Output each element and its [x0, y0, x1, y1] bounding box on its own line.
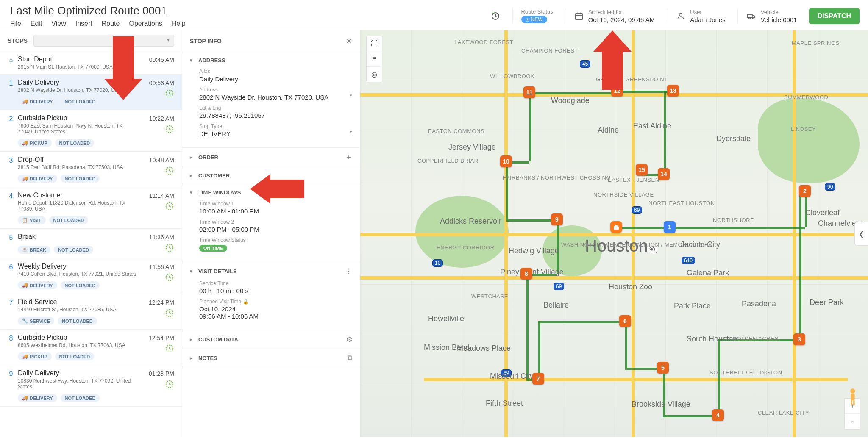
map-marker-home[interactable] [610, 221, 622, 233]
fullscreen-button[interactable]: ⛶ [367, 36, 382, 51]
map-place-label: Galena Park [687, 269, 729, 277]
layers-button[interactable]: ≡ [367, 51, 382, 67]
map-place-label: CHAMPION FOREST [521, 47, 578, 54]
user-group[interactable]: User Adam Jones [667, 9, 725, 23]
chevron-down-icon[interactable]: ▾ [350, 93, 352, 98]
vehicle-label: Vehicle [761, 9, 779, 15]
map-marker-9[interactable]: 9 [551, 213, 563, 225]
zoom-out-button[interactable]: − [845, 414, 860, 429]
service-value[interactable]: 00 h : 10 m : 00 s [199, 287, 352, 294]
map[interactable]: Houston 10 69 45 69 90 90 610 69 ⛶ ≡ ◎ ＋… [360, 30, 868, 437]
menu-item-view[interactable]: View [51, 20, 66, 28]
section-notes-header[interactable]: ▸ NOTES ⧉ [182, 349, 360, 367]
vehicle-group[interactable]: Vehicle Vehicle 0001 [737, 9, 797, 23]
stop-time: 12:24 PM [149, 299, 174, 306]
stops-list[interactable]: ⌂Start Depot2915 N Main St, Houston, TX … [0, 51, 182, 437]
section-order-header[interactable]: ▸ ORDER ＋ [182, 148, 360, 167]
vehicle-value: Vehicle 0001 [761, 16, 797, 23]
section-tw-content: Time Window 110:00 AM - 01:00 PM Time Wi… [182, 201, 360, 262]
stops-filter-dropdown[interactable] [33, 35, 174, 47]
map-marker-11[interactable]: 11 [523, 86, 535, 98]
plus-icon[interactable]: ＋ [345, 153, 352, 162]
map-place-label: Cloverleaf [805, 208, 840, 217]
map-marker-1[interactable]: 1 [664, 221, 676, 233]
stop-5[interactable]: 5Break11:36 AMBREAKNOT LOADED [0, 229, 182, 258]
map-place-label: Mission Bend [424, 343, 470, 352]
menu-item-insert[interactable]: Insert [75, 20, 92, 28]
route-status-badge: NEW [521, 16, 547, 23]
clock-icon [165, 308, 174, 318]
map-place-label: LAKEWOOD FOREST [454, 39, 513, 45]
stop-time: 09:56 AM [149, 80, 174, 86]
stop-9[interactable]: 9Daily Delivery10830 Northwest Fwy, Hous… [0, 365, 182, 407]
section-address: ▾ ADDRESS AliasDaily Delivery Address280… [182, 52, 360, 148]
stop-number: 6 [8, 263, 14, 271]
tag-not-loaded: NOT LOADED [54, 246, 93, 254]
section-address-header[interactable]: ▾ ADDRESS [182, 52, 360, 69]
stop-time: 10:22 AM [149, 115, 174, 122]
collapse-panel-button[interactable]: ❮ [854, 222, 868, 246]
map-place-label: WILLOWBROOK [490, 73, 534, 79]
section-visit: ▾ VISIT DETAILS ⋮ Service Time00 h : 10 … [182, 262, 360, 330]
map-marker-2[interactable]: 2 [799, 185, 811, 197]
address-value[interactable]: 2802 N Wayside Dr, Houston, TX 77020, US… [199, 94, 352, 101]
tag-service: SERVICE [18, 317, 54, 325]
section-custom-header[interactable]: ▸ CUSTOM DATA ⚙ [182, 330, 360, 349]
stop-address: 7410 Cullen Blvd, Houston, TX 77021, Uni… [18, 271, 136, 277]
gear-icon[interactable]: ⚙ [346, 335, 352, 344]
map-place-label: Addicks Reservoir [440, 217, 501, 226]
map-marker-8[interactable]: 8 [520, 268, 532, 280]
locate-button[interactable]: ◎ [367, 67, 382, 82]
add-note-icon[interactable]: ⧉ [348, 354, 352, 362]
stop-3[interactable]: 3Drop-Off3815 Red Bluff Rd, Pasadena, TX… [0, 152, 182, 187]
map-marker-14[interactable]: 14 [658, 168, 670, 180]
stop-7[interactable]: 7Field Service14440 Hillcroft St, Housto… [0, 294, 182, 330]
map-marker-4[interactable]: 4 [712, 409, 724, 421]
alias-value[interactable]: Daily Delivery [199, 75, 352, 83]
stop-1[interactable]: 1Daily Delivery2802 N Wayside Dr, Housto… [0, 75, 182, 110]
menu-item-operations[interactable]: Operations [129, 20, 162, 28]
menu-item-help[interactable]: Help [172, 20, 186, 28]
menu-item-file[interactable]: File [10, 20, 21, 28]
map-place-label: Deer Park [810, 298, 844, 307]
map-place-label: FAIRBANKS / NORTHWEST CROSSING [503, 175, 611, 181]
scheduled-group[interactable]: Scheduled for Oct 10, 2024, 09:45 AM [565, 9, 655, 23]
clock-icon [165, 202, 174, 211]
reoptimize-icon[interactable] [490, 11, 501, 21]
map-place-label: Howellville [428, 314, 464, 323]
tw2-value[interactable]: 02:00 PM - 05:00 PM [199, 226, 352, 233]
stop-2[interactable]: 2Curbside Pickup7600 East Sam Houston Pk… [0, 110, 182, 152]
close-icon[interactable]: ✕ [346, 36, 352, 46]
stoptype-value[interactable]: DELIVERY [199, 130, 352, 137]
stop-depot[interactable]: ⌂Start Depot2915 N Main St, Houston, TX … [0, 51, 182, 75]
stop-time: 11:14 AM [149, 192, 174, 199]
chevron-down-icon[interactable]: ▾ [350, 129, 352, 135]
tw1-value[interactable]: 10:00 AM - 01:00 PM [199, 208, 352, 215]
clock-icon [165, 125, 174, 134]
section-visit-header[interactable]: ▾ VISIT DETAILS ⋮ [182, 262, 360, 280]
map-marker-7[interactable]: 7 [532, 373, 544, 385]
stop-info-header: STOP INFO ✕ [182, 30, 360, 52]
pegman-icon[interactable] [847, 388, 859, 403]
stop-4[interactable]: 4New CustomerHome Depot, 11820 Dickinson… [0, 187, 182, 229]
menu-item-edit[interactable]: Edit [31, 20, 42, 28]
map-marker-3[interactable]: 3 [793, 333, 805, 345]
map-marker-10[interactable]: 10 [500, 155, 512, 167]
stop-8[interactable]: 8Curbside Pickup8605 Westheimer Rd, Hous… [0, 330, 182, 365]
map-place-label: SUMMERWOOD [784, 94, 828, 100]
planned-date: Oct 10, 2024 [199, 305, 352, 313]
stop-number: 7 [8, 298, 14, 307]
map-place-label: Jacinto City [681, 240, 720, 249]
stoptype-label: Stop Type [199, 123, 352, 129]
route-status-label: Route Status [521, 8, 553, 15]
map-marker-15[interactable]: 15 [636, 164, 648, 176]
more-icon[interactable]: ⋮ [345, 267, 352, 275]
map-marker-6[interactable]: 6 [619, 315, 631, 327]
header-left: Last Mile Optimized Route 0001 FileEditV… [10, 4, 186, 28]
map-marker-5[interactable]: 5 [657, 362, 669, 374]
map-marker-13[interactable]: 13 [667, 85, 679, 97]
menu-item-route[interactable]: Route [102, 20, 120, 28]
stop-address: 7600 East Sam Houston Pkwy N, Houston, T… [18, 123, 136, 135]
dispatch-button[interactable]: DISPATCH [809, 8, 860, 24]
stop-6[interactable]: 6Weekly Delivery7410 Cullen Blvd, Housto… [0, 258, 182, 294]
